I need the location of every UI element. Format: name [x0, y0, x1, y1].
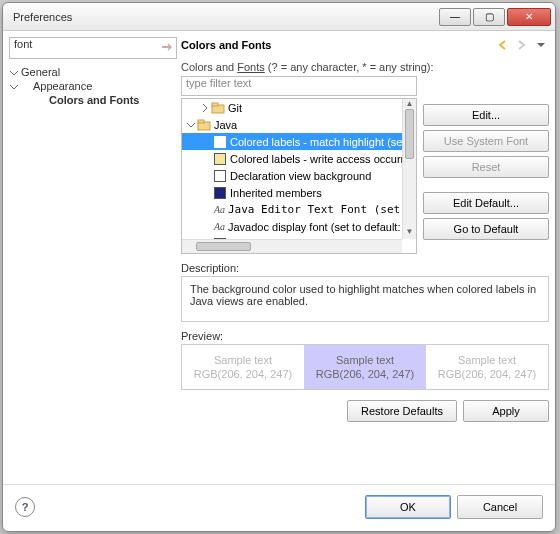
color-swatch	[214, 136, 226, 148]
color-swatch	[214, 187, 226, 199]
nav-panel: font General Appearance Colors and Fonts	[9, 37, 177, 468]
preview-cell-active: Sample text RGB(206, 204, 247)	[304, 345, 426, 389]
collapse-icon[interactable]	[9, 68, 19, 78]
window-title: Preferences	[13, 11, 437, 23]
expand-icon[interactable]	[200, 103, 210, 113]
apply-button[interactable]: Apply	[463, 400, 549, 422]
type-filter-input[interactable]: type filter text	[181, 76, 417, 96]
page-header: Colors and Fonts	[181, 37, 549, 53]
collapse-icon[interactable]	[9, 82, 19, 92]
preview-cell: Sample text RGB(206, 204, 247)	[182, 345, 304, 389]
svg-rect-3	[198, 120, 204, 123]
page-toolbar	[497, 37, 549, 53]
use-system-font-button[interactable]: Use System Font	[423, 130, 549, 152]
tree-item[interactable]: Colored labels - match highlight (set to…	[182, 133, 402, 150]
scrollbar-thumb[interactable]	[405, 109, 414, 159]
font-icon: Aa	[214, 204, 228, 215]
clear-filter-icon[interactable]	[159, 40, 173, 54]
list-column: type filter text Git	[181, 76, 417, 254]
scroll-down-icon[interactable]: ▼	[403, 227, 416, 239]
font-icon: Aa	[214, 221, 228, 232]
preview-box: Sample text RGB(206, 204, 247) Sample te…	[181, 344, 549, 390]
page-buttons: Restore Defaults Apply	[181, 400, 549, 422]
go-to-default-button[interactable]: Go to Default	[423, 218, 549, 240]
dialog-body: font General Appearance Colors and Fonts	[3, 31, 555, 474]
tree-item[interactable]: Inherited members	[182, 184, 402, 201]
restore-defaults-button[interactable]: Restore Defaults	[347, 400, 457, 422]
color-swatch	[214, 170, 226, 182]
preview-cell: Sample text RGB(206, 204, 247)	[426, 345, 548, 389]
preview-label: Preview:	[181, 330, 549, 342]
tree-item[interactable]: Aa Java Editor Text Font (set to defa	[182, 201, 402, 218]
minimize-button[interactable]: —	[439, 8, 471, 26]
color-swatch	[214, 153, 226, 165]
menu-dropdown-icon[interactable]	[533, 37, 549, 53]
svg-rect-1	[212, 103, 218, 106]
content-panel: Colors and Fonts Colors and Fonts (? = a…	[181, 37, 549, 468]
scrollbar-thumb[interactable]	[196, 242, 251, 251]
nav-filter-value: font	[14, 38, 32, 50]
window-buttons: — ▢ ✕	[437, 8, 551, 26]
folder-icon	[196, 118, 212, 132]
tree-item[interactable]: Colored labels - write access occurrence…	[182, 150, 402, 167]
description-text: The background color used to highlight m…	[181, 276, 549, 322]
maximize-button[interactable]: ▢	[473, 8, 505, 26]
mid-row: type filter text Git	[181, 76, 549, 254]
tree-node-git[interactable]: Git	[182, 99, 402, 116]
help-icon[interactable]: ?	[15, 497, 35, 517]
page-title: Colors and Fonts	[181, 39, 497, 51]
reset-button[interactable]: Reset	[423, 156, 549, 178]
nav-node-appearance[interactable]: Appearance	[9, 79, 177, 93]
nav-node-colors-fonts[interactable]: Colors and Fonts	[9, 93, 177, 107]
side-buttons: Edit... Use System Font Reset Edit Defau…	[423, 78, 549, 254]
colors-fonts-tree: Git Java Colored labels - match highligh	[181, 98, 417, 254]
back-icon[interactable]	[497, 37, 513, 53]
vertical-scrollbar[interactable]: ▲ ▼	[402, 99, 416, 239]
edit-default-button[interactable]: Edit Default...	[423, 192, 549, 214]
description-label: Description:	[181, 262, 549, 274]
forward-icon[interactable]	[515, 37, 531, 53]
horizontal-scrollbar[interactable]	[182, 239, 402, 253]
tree-item[interactable]: Aa Javadoc display font (set to default:…	[182, 218, 402, 235]
tree-viewport: Git Java Colored labels - match highligh	[182, 99, 402, 239]
edit-button[interactable]: Edit...	[423, 104, 549, 126]
cancel-button[interactable]: Cancel	[457, 495, 543, 519]
ok-button[interactable]: OK	[365, 495, 451, 519]
close-button[interactable]: ✕	[507, 8, 551, 26]
nav-filter-input[interactable]: font	[9, 37, 177, 59]
folder-icon	[210, 101, 226, 115]
tree-node-java[interactable]: Java	[182, 116, 402, 133]
preferences-window: Preferences — ▢ ✕ font General App	[2, 2, 556, 532]
filter-help-text: Colors and Fonts (? = any character, * =…	[181, 61, 549, 73]
dialog-button-bar: ? OK Cancel	[3, 485, 555, 531]
titlebar: Preferences — ▢ ✕	[3, 3, 555, 31]
tree-item[interactable]: Declaration view background	[182, 167, 402, 184]
collapse-icon[interactable]	[186, 120, 196, 130]
nav-node-general[interactable]: General	[9, 65, 177, 79]
nav-tree: General Appearance Colors and Fonts	[9, 63, 177, 109]
